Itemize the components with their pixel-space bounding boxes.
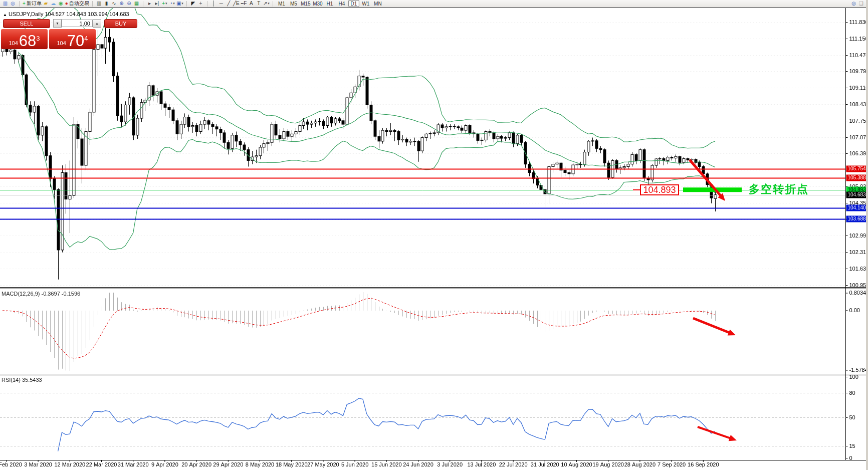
fibonacci-icon[interactable]: ┅F [241,1,247,7]
toolbar-right-icons: ◎❑ [850,1,868,7]
price-note-leader-line [633,189,640,190]
chevron-down-icon: ▾ [181,1,183,6]
chart-shift-icon[interactable]: ▸| [154,1,160,7]
one-click-trade-row: SELL ▼ 1.00 ▲ BUY [3,19,137,28]
bar-chart-icon[interactable]: ▥ [96,1,102,7]
trendline-icon[interactable]: ╱ [226,1,232,7]
rsi-indicator-label: RSI(14) 35.5433 [2,377,42,383]
timeframe-h4[interactable]: H4 [336,0,347,7]
timeframe-bar: M1M5M15M30H1H4D1W1MN [274,0,385,7]
zoom-out-icon[interactable]: ⊖ [126,1,132,7]
macd-indicator-label: MACD(12,26,9) -0.3697 -0.1596 [2,291,80,297]
chevron-down-icon: ▾ [173,1,175,6]
toolbar-icons: ▥◎+新订单▰☁◉●自动交易▥▮∿⊕⊖▦▸▸|+▾◔▾▣▾◤+│─╱╱E┅FAT… [0,0,274,7]
autotrade-icon[interactable]: ●自动交易 [65,1,89,7]
price-annotation-box[interactable]: 104.893 [640,184,679,195]
bid-pip: 3 [36,35,40,42]
chart-window-icon[interactable]: ▥ [2,1,9,7]
bid-prefix: 104 [9,40,18,46]
quote-panels: 104683 104704 [1,29,97,49]
sell-button[interactable]: SELL [3,19,50,28]
chat-icon[interactable]: ❑ [858,1,864,7]
symbol-info: ▲USDJPY,Daily 104.527 104.843 103.994 10… [3,11,129,17]
market-watch-icon[interactable]: ◎ [10,1,16,7]
main-toolbar: ▥◎+新订单▰☁◉●自动交易▥▮∿⊕⊖▦▸▸|+▾◔▾▣▾◤+│─╱╱E┅FAT… [0,0,868,8]
volume-up-button[interactable]: ▲ [93,19,101,28]
auto-scroll-icon[interactable]: ▸ [146,1,153,7]
symbol-ohlc-text: USDJPY,Daily 104.527 104.843 103.994 104… [9,11,129,17]
vertical-line-icon[interactable]: │ [210,1,217,7]
timeframe-w1[interactable]: W1 [360,0,371,7]
toolbar-separator [92,1,93,7]
bid-panel[interactable]: 104683 [1,29,48,49]
mt4-window: ▥◎+新订单▰☁◉●自动交易▥▮∿⊕⊖▦▸▸|+▾◔▾▣▾◤+│─╱╱E┅FAT… [0,0,868,470]
timeframe-m30[interactable]: M30 [312,0,323,7]
chart-area: ▲USDJPY,Daily 104.527 104.843 103.994 10… [0,7,868,470]
candle-chart-icon[interactable]: ▮ [103,1,110,7]
search-icon[interactable]: ◎ [850,1,857,7]
toolbar-separator [273,1,273,7]
autotrade-icon-label: 自动交易 [69,1,89,6]
horizontal-line-icon[interactable]: ─ [218,1,225,7]
mql5-cloud-icon[interactable]: ☁ [50,1,57,7]
price-chart-canvas[interactable] [0,7,868,470]
volume-input[interactable]: 1.00 [62,20,93,27]
arrows-tool-icon[interactable]: ↗▾ [263,1,270,7]
crosshair-icon[interactable]: + [197,1,204,7]
new-order-icon[interactable]: +新订单 [23,1,42,7]
signals-icon[interactable]: ◉ [58,1,64,7]
indicators-icon[interactable]: +▾ [161,1,168,7]
timeframe-m5[interactable]: M5 [288,0,299,7]
toolbar-separator [19,1,20,7]
toolbar-separator [143,1,143,7]
gold-icon[interactable]: ▰ [43,1,49,7]
toolbar-separator [186,1,187,7]
periods-icon[interactable]: ◔▾ [169,1,175,7]
templates-icon[interactable]: ▣▾ [176,1,183,7]
cursor-icon[interactable]: ◤ [190,1,196,7]
text-label-icon[interactable]: T [256,1,262,7]
text-icon[interactable]: A [248,1,255,7]
timeframe-m1[interactable]: M1 [276,0,287,7]
bid-main: 68 [19,34,36,48]
timeframe-d1[interactable]: D1 [348,0,359,7]
volume-down-button[interactable]: ▼ [53,19,62,28]
timeframe-mn[interactable]: MN [372,0,383,7]
new-order-icon-label: 新订单 [27,1,42,6]
channel-icon[interactable]: ╱E [233,1,240,7]
ask-main: 70 [67,34,84,48]
ask-prefix: 104 [57,40,66,46]
toolbar-separator [207,1,207,7]
chevron-down-icon: ▾ [165,1,167,6]
timeframe-m15[interactable]: M15 [300,0,311,7]
zoom-in-icon[interactable]: ⊕ [118,1,125,7]
line-chart-icon[interactable]: ∿ [111,1,117,7]
turning-point-annotation[interactable]: 多空转折点 [749,182,809,197]
collapse-triangle-icon[interactable]: ▲ [3,13,7,17]
timeframe-h1[interactable]: H1 [324,0,335,7]
ask-pip: 4 [84,35,88,42]
buy-button[interactable]: BUY [104,19,137,28]
chevron-down-icon: ▾ [268,1,270,6]
ask-panel[interactable]: 104704 [49,29,96,49]
tile-windows-icon[interactable]: ▦ [133,1,140,7]
